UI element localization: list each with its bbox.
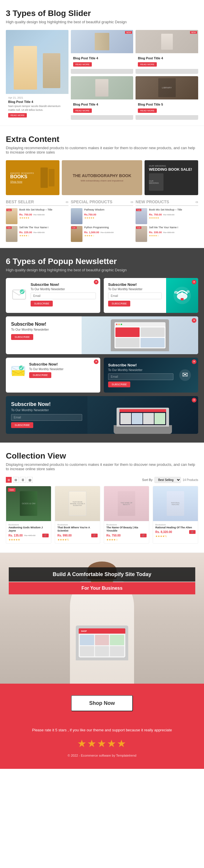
popup-subheading-4: To Our Monthly Newsletter xyxy=(11,408,82,412)
product-item-sp-2: Sale Python Programming Rs. 1,500.00 Rs.… xyxy=(71,226,133,242)
rating-text: Please rate it 5 stars , if you like our… xyxy=(6,727,198,733)
popup-image-3 xyxy=(82,316,198,354)
cta-text: Build A Comfortable Shopify Site Today F… xyxy=(0,567,204,594)
blog-card-content-4: Blog Post Title 5 READ MORE xyxy=(135,99,198,115)
popup-close-2[interactable]: ✕ xyxy=(192,280,197,284)
popup-4: ✕ Subscribe Now! To Our Monthly Newslett… xyxy=(6,396,198,434)
blog-btn-4[interactable]: READ MORE xyxy=(138,108,156,113)
best-seller-nav[interactable]: ‹› xyxy=(66,199,68,204)
blog-card-content: Apr 21, 2021 Blog Post Title 4 Nam ipsum… xyxy=(6,94,69,120)
new-products-nav[interactable]: ‹› xyxy=(196,199,198,204)
banner-autobiography: THE AUTOBIOGRAPHY BOOK With extraordinar… xyxy=(62,160,142,195)
popup-5: ✕ xyxy=(6,358,100,393)
stars-sp-2: ★★★★☆ xyxy=(84,235,133,237)
popup-subheading-1: To Our Monthly Newsletter xyxy=(31,287,96,291)
popup-close-1[interactable]: ✕ xyxy=(94,280,99,284)
cta-section: SHOP Build A Comfortable Shopify Site To… xyxy=(0,553,204,684)
blog-title: 3 Types of Blog Slider xyxy=(6,9,198,18)
sale-badge-bs-2: Sale xyxy=(6,226,12,229)
blog-btn-2[interactable]: READ MORE xyxy=(138,62,156,67)
banner-auto-sub: With extraordinary charm and impudence xyxy=(66,179,138,182)
sale-badge-np-2: Sale xyxy=(136,226,141,229)
popup-subheading-2: To Our Monthly Newsletter xyxy=(108,287,162,291)
grid-view-btn-1[interactable]: ⊞ xyxy=(6,477,12,483)
new-products-label: NEW PRODUCTS xyxy=(135,199,169,204)
view-buttons: ⊞ ⊟ ☰ ▤ xyxy=(6,477,33,483)
envelope-icon xyxy=(10,286,28,303)
special-products-label: SPECIAL PRODUCTS xyxy=(71,199,112,204)
collection-info-4: Bookstore Rational Healing Of The Alien … xyxy=(153,521,198,540)
popup-row-2: ✕ Subscribe Now! To Our Monthly Newslett… xyxy=(6,316,198,354)
blog-btn-1[interactable]: READ MORE xyxy=(73,62,92,67)
banner-wedding-sub: OUR WEDDING xyxy=(149,173,163,191)
popup-content-3: Subscribe Now! To Our Monthly Newsletter… xyxy=(6,316,82,354)
popup-email-2[interactable] xyxy=(108,292,162,299)
blog-post-title: Blog Post Title 4 xyxy=(8,100,66,103)
popup-subscribe-btn-2[interactable]: Subscribe xyxy=(108,301,130,307)
blog-read-more-btn[interactable]: READ MORE xyxy=(8,113,27,118)
collection-item-2: THAT BOOK WHERE YOU'RE A SCIENTIST Books… xyxy=(55,486,100,544)
collection-cart-btn-1[interactable]: 🛒 xyxy=(42,534,49,537)
special-products-nav[interactable]: ‹› xyxy=(131,199,133,204)
blog-image-large xyxy=(6,30,69,94)
popup-inner-6: Subscribe Now! To Our Monthly Newsletter… xyxy=(104,358,198,393)
popup-content-2: Subscribe Now! To Our Monthly Newsletter… xyxy=(104,278,166,313)
popup-email-6[interactable] xyxy=(108,373,173,380)
popup-row-1: ✕ Subscribe Now! To Our Monthly Newslett… xyxy=(6,278,198,313)
popup-3: ✕ Subscribe Now! To Our Monthly Newslett… xyxy=(6,316,198,354)
product-item-np-2: Sale Sell Me The Your Name I Rs. 335.00 … xyxy=(135,226,198,242)
popup-close-6[interactable]: ✕ xyxy=(192,360,197,364)
collection-subtitle: Displaying recommended products to custo… xyxy=(6,462,198,471)
blog-card-4: LIBRARY Blog Post Title 5 READ MORE xyxy=(135,76,198,120)
blog-title-2: Blog Post Title 4 xyxy=(138,56,196,60)
popup-email-1[interactable] xyxy=(31,292,96,299)
collection-info-3: Bookstore The Name Of Beauty | Itta Yino… xyxy=(104,521,149,544)
grid-view-btn-2[interactable]: ⊟ xyxy=(13,477,19,483)
collection-cart-btn-2[interactable]: 🛒 xyxy=(91,534,98,537)
popup-subscribe-btn-4[interactable]: Subscribe xyxy=(11,422,33,428)
collection-name-1: Awakening Gods Wisdom J Jayne xyxy=(8,526,49,533)
product-item-bs-2: Sale Sell Me The Your Name I Rs. 225.00 … xyxy=(6,226,69,242)
blog-title-1: Blog Post Title 4 xyxy=(73,56,131,60)
popup-email-4[interactable] xyxy=(11,414,82,421)
popup-inner-3: Subscribe Now! To Our Monthly Newsletter… xyxy=(6,316,198,354)
collection-name-2: That Book Where You're A Scientist xyxy=(57,526,98,533)
product-price-sp-2: Rs. 1,500.00 Rs. 2,000.00 xyxy=(84,229,133,235)
popup-close-5[interactable]: ✕ xyxy=(94,360,99,364)
product-info-sp-1: Pathway Wisdom Rs.750.00 ★★★★★ xyxy=(84,208,133,220)
price-current-sp-2: Rs. 1,500.00 xyxy=(84,231,99,234)
extra-subtitle: Displaying recommended products to custo… xyxy=(6,146,198,154)
popup-subscribe-btn-3[interactable]: Subscribe xyxy=(11,334,33,340)
banner-strip: AWARD WINNERS BOOKS Shop Now THE AUTOBIO… xyxy=(6,160,198,195)
popup-subtitle: High quality design blog highlighting th… xyxy=(6,268,198,272)
popup-title: 6 Types of Popup Newsletter xyxy=(6,257,198,266)
collection-price-row-2: Rs. 990.00 🛒 xyxy=(57,534,98,537)
blog-btn-3[interactable]: READ MORE xyxy=(73,108,92,113)
product-item-sp-1: Pathway Wisdom Rs.750.00 ★★★★★ xyxy=(71,208,133,224)
popup-text-6: Subscribe Now! To Our Monthly Newsletter… xyxy=(108,363,173,387)
collection-price-row-4: Rs. 8,320.00 🛒 xyxy=(155,530,196,534)
stars-np-2: ★★★★☆ xyxy=(149,235,198,237)
popup-subscribe-btn-1[interactable]: Subscribe xyxy=(31,301,53,307)
grid-view-btn-4[interactable]: ▤ xyxy=(27,477,33,483)
popup-heading-2: Subscribe Now! xyxy=(108,282,162,287)
collection-cart-btn-3[interactable]: 🛒 xyxy=(140,534,147,537)
popup-close-4[interactable]: ✕ xyxy=(192,398,197,402)
product-item-np-1: Sale Book Mix Set Mockup – Title Rs. 750… xyxy=(135,208,198,224)
shop-now-button[interactable]: Shop Now xyxy=(71,695,133,711)
collection-img-3: THE NAME OF BEAUTY xyxy=(104,486,149,521)
blog-img-1: NEW xyxy=(71,30,133,53)
popup-subscribe-btn-6[interactable]: Subscribe xyxy=(108,381,130,387)
grid-view-btn-3[interactable]: ☰ xyxy=(20,477,26,483)
price-current-np-2: Rs. 335.00 xyxy=(149,231,162,234)
price-old-np-1: Rs. 900.00 xyxy=(163,213,175,216)
sort-select[interactable]: Best Selling Price Newest xyxy=(154,477,181,483)
product-price-np-2: Rs. 335.00 Rs. 350.00 xyxy=(149,229,198,235)
popup-close-3[interactable]: ✕ xyxy=(192,318,197,323)
product-info-np-2: Sell Me The Your Name I Rs. 335.00 Rs. 3… xyxy=(149,226,198,237)
products-headers: BEST SELLER ‹› SPECIAL PRODUCTS ‹› NEW P… xyxy=(6,199,198,206)
col-header-new: NEW PRODUCTS ‹› xyxy=(135,199,198,206)
collection-cart-btn-4[interactable]: 🛒 xyxy=(189,530,196,534)
popup-subscribe-btn-5[interactable]: Subscribe xyxy=(29,372,51,378)
svg-rect-5 xyxy=(181,298,184,300)
